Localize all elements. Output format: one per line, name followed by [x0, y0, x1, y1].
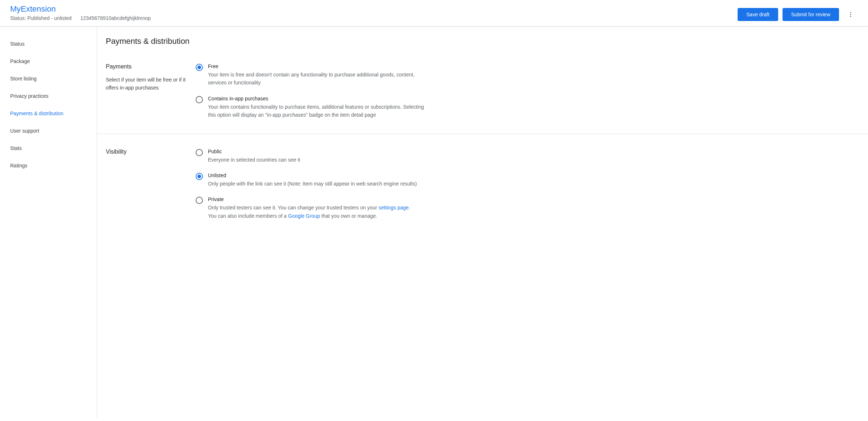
visibility-options: Public Everyone in selected countries ca… [196, 149, 427, 220]
radio-option-public[interactable]: Public Everyone in selected countries ca… [196, 149, 427, 164]
private-desc-text2: . [409, 205, 410, 210]
header-right: Save draft Submit for review [738, 4, 858, 22]
sidebar-item-status[interactable]: Status [0, 35, 97, 53]
radio-desc: Your item contains functionality to purc… [208, 103, 427, 119]
visibility-label-title: Visibility [106, 149, 188, 155]
visibility-label: Visibility [106, 149, 188, 220]
sidebar-item-package[interactable]: Package [0, 53, 97, 70]
private-desc-text3: You can also include members of a [208, 213, 288, 219]
private-desc-text4: that you own or manage. [320, 213, 377, 219]
radio-content: Public Everyone in selected countries ca… [208, 149, 427, 164]
sidebar-item-store-listing[interactable]: Store listing [0, 70, 97, 87]
payments-label-desc: Select if your item will be free or if i… [106, 76, 188, 92]
radio-free[interactable] [196, 64, 203, 71]
visibility-section: Visibility Public Everyone in selected c… [106, 149, 868, 235]
radio-option-inapp[interactable]: Contains in-app purchases Your item cont… [196, 96, 427, 119]
radio-option-unlisted[interactable]: Unlisted Only people with the link can s… [196, 172, 427, 188]
radio-public[interactable] [196, 149, 203, 156]
payments-options: Free Your item is free and doesn't conta… [196, 63, 427, 119]
svg-point-2 [850, 16, 851, 17]
header: MyExtension Status: Published - unlisted… [0, 0, 868, 26]
radio-content: Contains in-app purchases Your item cont… [208, 96, 427, 119]
extension-id: 12345678910abcdefghijklmnop [80, 15, 151, 21]
payments-label: Payments Select if your item will be fre… [106, 63, 188, 119]
divider [97, 134, 868, 134]
private-desc-text1: Only trusted testers can see it. You can… [208, 205, 379, 210]
save-draft-button[interactable]: Save draft [738, 8, 778, 21]
radio-unlisted[interactable] [196, 173, 203, 180]
layout: Status Package Store listing Privacy pra… [0, 26, 868, 418]
radio-content: Unlisted Only people with the link can s… [208, 172, 427, 188]
status-text: Status: Published - unlisted [10, 15, 72, 21]
submit-review-button[interactable]: Submit for review [783, 8, 839, 21]
radio-private[interactable] [196, 197, 203, 204]
header-left: MyExtension Status: Published - unlisted… [10, 4, 151, 21]
radio-content: Free Your item is free and doesn't conta… [208, 63, 427, 87]
radio-desc: Your item is free and doesn't contain an… [208, 71, 427, 87]
settings-page-link[interactable]: settings page [379, 205, 409, 210]
radio-title: Free [208, 63, 427, 69]
radio-desc: Only people with the link can see it (No… [208, 180, 427, 188]
sidebar-item-payments[interactable]: Payments & distribution [0, 105, 97, 122]
radio-desc: Everyone in selected countries can see i… [208, 156, 427, 164]
sidebar-item-support[interactable]: User support [0, 122, 97, 139]
sidebar-item-privacy[interactable]: Privacy practices [0, 87, 97, 105]
sidebar: Status Package Store listing Privacy pra… [0, 26, 97, 418]
radio-option-free[interactable]: Free Your item is free and doesn't conta… [196, 63, 427, 87]
radio-title: Unlisted [208, 172, 427, 178]
radio-desc: Only trusted testers can see it. You can… [208, 204, 427, 220]
svg-point-0 [850, 12, 851, 13]
payments-label-title: Payments [106, 63, 188, 70]
sidebar-item-stats[interactable]: Stats [0, 139, 97, 157]
radio-option-private[interactable]: Private Only trusted testers can see it.… [196, 196, 427, 220]
sidebar-item-ratings[interactable]: Ratings [0, 157, 97, 174]
app-title[interactable]: MyExtension [10, 4, 151, 14]
svg-point-1 [850, 14, 851, 15]
page-title: Payments & distribution [106, 37, 868, 46]
main-content: Payments & distribution Payments Select … [97, 26, 868, 418]
radio-title: Public [208, 149, 427, 154]
header-meta: Status: Published - unlisted 12345678910… [10, 15, 151, 21]
radio-title: Private [208, 196, 427, 202]
more-options-icon[interactable] [843, 7, 858, 22]
payments-section: Payments Select if your item will be fre… [106, 63, 868, 134]
radio-content: Private Only trusted testers can see it.… [208, 196, 427, 220]
radio-inapp[interactable] [196, 96, 203, 103]
radio-title: Contains in-app purchases [208, 96, 427, 101]
google-group-link[interactable]: Google Group [288, 213, 320, 219]
